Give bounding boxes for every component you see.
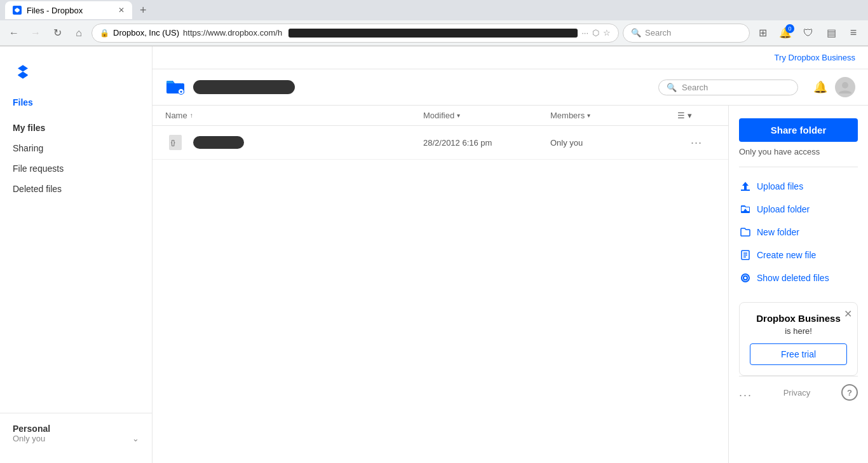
topbar: Try Dropbox Business: [153, 46, 868, 69]
sort-icon: ↑: [190, 112, 193, 119]
personal-label: Personal: [13, 424, 139, 434]
members-sort-icon: ▾: [587, 112, 590, 119]
col-header-modified[interactable]: Modified ▾: [423, 111, 550, 120]
browser-search-bar[interactable]: 🔍 Search: [623, 24, 750, 43]
business-promo-card: ✕ Dropbox Business is here! Free trial: [739, 302, 858, 376]
browser-toolbar-icons: ⊞ 🔔 0 🛡 ▤ ≡: [754, 24, 863, 42]
upload-folder-action[interactable]: Upload folder: [739, 198, 858, 221]
dropbox-logo[interactable]: [13, 62, 139, 82]
security-icon: 🔒: [100, 29, 109, 38]
dropbox-logo-icon: [13, 62, 33, 82]
footer-privacy-link[interactable]: Privacy: [783, 388, 811, 397]
sidebar-footer: Personal Only you ⌄: [0, 413, 152, 453]
shield-icon[interactable]: 🛡: [799, 24, 817, 42]
notification-bell-icon[interactable]: 🔔: [813, 80, 827, 94]
right-panel-footer: ... Privacy ?: [739, 376, 858, 401]
try-dropbox-business-link[interactable]: Try Dropbox Business: [775, 53, 855, 62]
folder-dropdown-icon[interactable]: ▾: [178, 88, 184, 95]
modified-sort-icon: ▾: [457, 112, 460, 119]
user-avatar[interactable]: [835, 77, 855, 97]
new-folder-label: New folder: [757, 227, 799, 237]
file-more-options[interactable]: ···: [677, 136, 715, 149]
content-header: ▾ 🔍 Search 🔔: [153, 69, 868, 106]
promo-subtitle: is here!: [750, 326, 847, 336]
new-folder-icon: [739, 226, 752, 238]
new-tab-button[interactable]: +: [135, 3, 152, 18]
reload-button[interactable]: ↻: [48, 24, 66, 42]
bookmark-icon[interactable]: ☆: [603, 28, 611, 38]
sidebar: Files My files Sharing File requests Del…: [0, 46, 153, 463]
url-path: https://www.dropbox.com/h: [183, 28, 282, 38]
deleted-files-label: Deleted files: [13, 184, 62, 194]
notifications-icon[interactable]: 🔔 0: [776, 24, 794, 42]
header-search-label: Search: [682, 83, 708, 92]
footer-expand-icon[interactable]: ⌄: [132, 434, 139, 443]
footer-subtitle: Only you ⌄: [13, 434, 139, 443]
folder-icon: ▾: [165, 78, 186, 96]
sidebar-item-files[interactable]: Files: [0, 92, 152, 113]
browser-tab-active[interactable]: Files - Dropbox ✕: [5, 1, 132, 19]
promo-close-button[interactable]: ✕: [844, 308, 852, 320]
view-options-icon[interactable]: ☰ ▾: [677, 111, 692, 120]
access-text: Only you have access: [739, 147, 858, 156]
upload-files-icon: [739, 180, 752, 193]
browser-chrome: Files - Dropbox ✕ + ← → ↻ ⌂ 🔒 Dropbox, I…: [0, 0, 868, 46]
new-folder-action[interactable]: New folder: [739, 221, 858, 244]
pocket-icon[interactable]: ⬡: [592, 28, 599, 38]
sidebar-item-deleted-files[interactable]: Deleted files: [0, 179, 152, 199]
back-button[interactable]: ←: [5, 24, 23, 42]
file-list: Name ↑ Modified ▾ Members ▾ ☰ ▾: [153, 106, 728, 463]
header-search-bar[interactable]: 🔍 Search: [658, 79, 798, 95]
site-name: Dropbox, Inc (US): [113, 28, 179, 38]
address-bar[interactable]: 🔒 Dropbox, Inc (US) https://www.dropbox.…: [92, 24, 619, 43]
divider-1: [739, 167, 858, 167]
svg-text:{}: {}: [171, 139, 175, 146]
address-bar-more[interactable]: ···: [581, 28, 588, 38]
free-trial-button[interactable]: Free trial: [750, 343, 847, 365]
main-content: Try Dropbox Business ▾ 🔍 Search 🔔: [153, 46, 868, 463]
sharing-label: Sharing: [13, 143, 43, 153]
tab-close-button[interactable]: ✕: [118, 6, 125, 15]
footer-more-button[interactable]: ...: [739, 386, 752, 399]
sidebar-item-file-requests[interactable]: File requests: [0, 158, 152, 179]
create-new-file-label: Create new file: [757, 250, 816, 260]
file-members-cell: Only you: [550, 138, 677, 148]
create-new-file-action[interactable]: Create new file: [739, 244, 858, 266]
show-deleted-files-action[interactable]: Show deleted files: [739, 266, 858, 289]
table-row[interactable]: {} 28/2/2012 6:16 pm Only you ···: [153, 126, 728, 160]
file-type-icon: {}: [165, 132, 186, 153]
folder-name-redacted: [193, 80, 295, 94]
file-modified-date: 28/2/2012 6:16 pm: [423, 138, 550, 148]
create-new-file-icon: [739, 249, 752, 261]
svg-point-0: [842, 82, 848, 88]
reader-mode-icon[interactable]: ▤: [822, 24, 840, 42]
share-folder-button[interactable]: Share folder: [739, 118, 858, 142]
file-name-redacted: [193, 136, 244, 149]
home-button[interactable]: ⌂: [70, 24, 88, 42]
show-deleted-files-label: Show deleted files: [757, 273, 829, 283]
col-header-name[interactable]: Name ↑: [165, 111, 423, 120]
footer-help-button[interactable]: ?: [841, 384, 858, 401]
promo-title: Dropbox Business: [750, 313, 847, 324]
col-header-actions: ☰ ▾: [677, 111, 715, 120]
header-icons: 🔔: [813, 77, 855, 97]
search-icon: 🔍: [631, 28, 641, 38]
library-icon[interactable]: ⊞: [754, 24, 771, 42]
sidebar-section-my-files: My files: [0, 113, 152, 138]
upload-folder-icon: [739, 203, 752, 216]
sidebar-nav: Files My files Sharing File requests Del…: [0, 92, 152, 413]
upload-files-label: Upload files: [757, 181, 803, 191]
col-header-members[interactable]: Members ▾: [550, 111, 677, 120]
files-label: Files: [13, 97, 33, 107]
header-search-icon: 🔍: [667, 83, 677, 92]
search-label: Search: [645, 28, 671, 38]
forward-button[interactable]: →: [27, 24, 44, 42]
file-name-cell: [193, 136, 423, 149]
file-requests-label: File requests: [13, 163, 64, 174]
sidebar-item-sharing[interactable]: Sharing: [0, 138, 152, 158]
browser-menu-button[interactable]: ≡: [845, 24, 863, 42]
upload-files-action[interactable]: Upload files: [739, 175, 858, 198]
tab-title: Files - Dropbox: [27, 6, 83, 15]
tab-favicon: [13, 6, 22, 15]
upload-folder-label: Upload folder: [757, 204, 810, 214]
